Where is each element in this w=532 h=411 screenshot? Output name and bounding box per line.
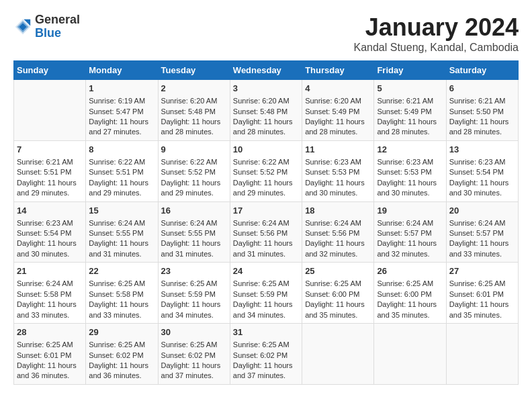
day-cell: 26Sunrise: 6:25 AMSunset: 6:00 PMDayligh… [374,263,446,324]
day-cell: 16Sunrise: 6:24 AMSunset: 5:55 PMDayligh… [158,201,230,263]
day-number: 17 [233,205,299,217]
day-number: 23 [161,265,227,277]
daylight: Daylight: 11 hours and 35 minutes. [449,300,509,318]
sunrise: Sunrise: 6:25 AM [161,340,218,349]
day-number: 15 [89,205,154,217]
daylight: Daylight: 11 hours and 32 minutes. [305,239,365,257]
daylight: Daylight: 11 hours and 35 minutes. [377,300,437,318]
sunrise: Sunrise: 6:21 AM [449,97,506,105]
sunset: Sunset: 5:51 PM [89,168,143,176]
day-cell: 19Sunrise: 6:24 AMSunset: 5:57 PMDayligh… [374,201,446,263]
daylight: Daylight: 11 hours and 37 minutes. [161,361,221,379]
sunrise: Sunrise: 6:24 AM [449,219,506,227]
week-row-4: 21Sunrise: 6:24 AMSunset: 5:58 PMDayligh… [14,263,519,324]
sunset: Sunset: 5:59 PM [233,290,287,298]
sunset: Sunset: 5:53 PM [305,168,359,176]
day-cell: 4Sunrise: 6:20 AMSunset: 5:49 PMDaylight… [302,80,374,141]
sunset: Sunset: 5:58 PM [17,290,71,298]
daylight: Daylight: 11 hours and 28 minutes. [377,118,437,136]
day-cell: 20Sunrise: 6:24 AMSunset: 5:57 PMDayligh… [446,201,518,263]
day-cell: 3Sunrise: 6:20 AMSunset: 5:48 PMDaylight… [230,80,302,141]
sunrise: Sunrise: 6:24 AM [233,219,290,227]
day-number: 6 [449,83,515,95]
header-cell-friday: Friday [374,61,446,80]
day-cell: 13Sunrise: 6:23 AMSunset: 5:54 PMDayligh… [446,140,518,201]
day-number: 24 [233,265,299,277]
day-cell: 15Sunrise: 6:24 AMSunset: 5:55 PMDayligh… [86,201,158,263]
day-cell: 11Sunrise: 6:23 AMSunset: 5:53 PMDayligh… [302,140,374,201]
sunrise: Sunrise: 6:25 AM [377,279,433,287]
sunrise: Sunrise: 6:25 AM [89,279,145,287]
sunset: Sunset: 5:57 PM [377,229,431,237]
day-number: 19 [377,205,443,217]
daylight: Daylight: 11 hours and 29 minutes. [89,179,148,197]
title-block: January 2024 Kandal Stueng, Kandal, Camb… [353,13,519,54]
day-number: 9 [161,144,227,156]
sunset: Sunset: 5:50 PM [449,107,504,116]
sunrise: Sunrise: 6:25 AM [233,340,290,349]
sunset: Sunset: 6:02 PM [233,351,287,359]
day-cell: 2Sunrise: 6:20 AMSunset: 5:48 PMDaylight… [158,80,230,141]
sunset: Sunset: 5:56 PM [305,229,359,237]
sunrise: Sunrise: 6:22 AM [161,158,218,166]
sunset: Sunset: 6:00 PM [377,290,431,298]
header-cell-thursday: Thursday [302,61,374,80]
sunset: Sunset: 5:49 PM [377,107,431,116]
week-row-5: 28Sunrise: 6:25 AMSunset: 6:01 PMDayligh… [14,324,519,385]
sunrise: Sunrise: 6:25 AM [161,279,218,287]
sunrise: Sunrise: 6:23 AM [305,158,361,166]
day-cell: 29Sunrise: 6:25 AMSunset: 6:02 PMDayligh… [86,324,158,385]
sunrise: Sunrise: 6:23 AM [449,158,506,166]
sunrise: Sunrise: 6:25 AM [89,340,145,349]
day-number: 1 [89,83,154,95]
sunrise: Sunrise: 6:20 AM [233,97,290,105]
day-number: 18 [305,205,371,217]
daylight: Daylight: 11 hours and 29 minutes. [161,179,221,197]
day-number: 10 [233,144,299,156]
daylight: Daylight: 11 hours and 36 minutes. [89,361,148,379]
day-cell: 27Sunrise: 6:25 AMSunset: 6:01 PMDayligh… [446,263,518,324]
logo: General Blue [13,13,80,40]
logo-blue: Blue [35,27,80,40]
sunset: Sunset: 5:47 PM [89,107,143,116]
daylight: Daylight: 11 hours and 33 minutes. [449,239,509,257]
sunrise: Sunrise: 6:25 AM [17,340,73,349]
page-header: General Blue January 2024 Kandal Stueng,… [13,13,519,54]
day-cell: 12Sunrise: 6:23 AMSunset: 5:53 PMDayligh… [374,140,446,201]
day-number: 14 [17,205,83,217]
sunrise: Sunrise: 6:25 AM [449,279,506,287]
week-row-1: 1Sunrise: 6:19 AMSunset: 5:47 PMDaylight… [14,80,519,141]
day-cell: 5Sunrise: 6:21 AMSunset: 5:49 PMDaylight… [374,80,446,141]
day-number: 29 [89,326,154,338]
sunrise: Sunrise: 6:20 AM [305,97,361,105]
day-number: 30 [161,326,227,338]
day-cell: 30Sunrise: 6:25 AMSunset: 6:02 PMDayligh… [158,324,230,385]
sunrise: Sunrise: 6:21 AM [377,97,433,105]
header-cell-monday: Monday [86,61,158,80]
daylight: Daylight: 11 hours and 34 minutes. [161,300,221,318]
daylight: Daylight: 11 hours and 30 minutes. [377,179,437,197]
day-cell: 14Sunrise: 6:23 AMSunset: 5:54 PMDayligh… [14,201,86,263]
day-number: 5 [377,83,443,95]
sunset: Sunset: 6:02 PM [89,351,143,359]
sunset: Sunset: 5:53 PM [377,168,431,176]
sunset: Sunset: 5:55 PM [89,229,143,237]
sunset: Sunset: 6:01 PM [449,290,504,298]
sunrise: Sunrise: 6:22 AM [233,158,290,166]
header-cell-wednesday: Wednesday [230,61,302,80]
day-cell: 10Sunrise: 6:22 AMSunset: 5:52 PMDayligh… [230,140,302,201]
sunset: Sunset: 5:52 PM [161,168,216,176]
daylight: Daylight: 11 hours and 28 minutes. [161,118,221,136]
day-cell: 21Sunrise: 6:24 AMSunset: 5:58 PMDayligh… [14,263,86,324]
week-row-3: 14Sunrise: 6:23 AMSunset: 5:54 PMDayligh… [14,201,519,263]
daylight: Daylight: 11 hours and 31 minutes. [161,239,221,257]
day-number: 21 [17,265,83,277]
sunset: Sunset: 5:52 PM [233,168,287,176]
sunrise: Sunrise: 6:24 AM [305,219,361,227]
daylight: Daylight: 11 hours and 31 minutes. [89,239,148,257]
sunset: Sunset: 5:58 PM [89,290,143,298]
sunrise: Sunrise: 6:23 AM [377,158,433,166]
sunset: Sunset: 5:51 PM [17,168,71,176]
sunset: Sunset: 5:48 PM [233,107,287,116]
day-cell [446,324,518,385]
